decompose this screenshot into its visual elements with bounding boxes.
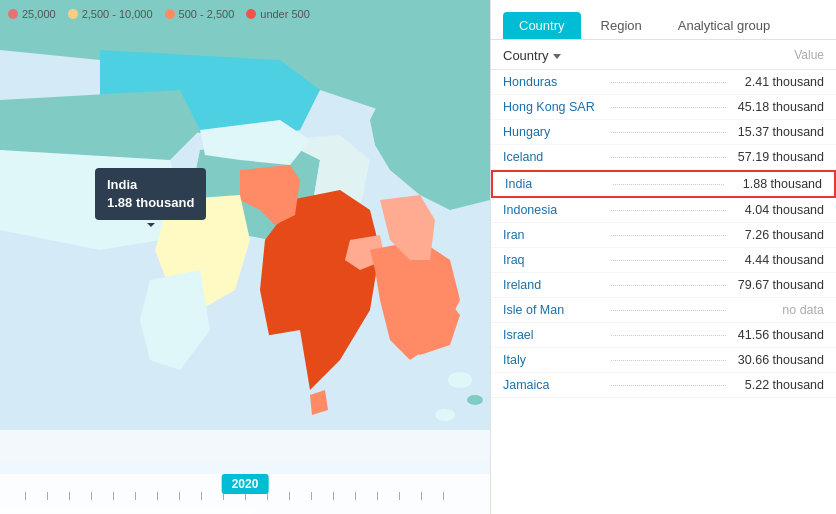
- row-dots-8: [611, 285, 726, 286]
- row-value-8: 79.67 thousand: [734, 278, 824, 292]
- tab-country[interactable]: Country: [503, 12, 581, 39]
- row-country-10: Israel: [503, 328, 603, 342]
- table-row[interactable]: Jamaica5.22 thousand: [491, 373, 836, 398]
- legend-item-25000: 25,000: [8, 8, 56, 20]
- row-country-4: India: [505, 177, 605, 191]
- table-row[interactable]: Italy30.66 thousand: [491, 348, 836, 373]
- row-country-0: Honduras: [503, 75, 603, 89]
- tab-bar: Country Region Analytical group: [491, 0, 836, 40]
- table-row[interactable]: Indonesia4.04 thousand: [491, 198, 836, 223]
- tick-14: [311, 492, 333, 500]
- table-row[interactable]: Hungary15.37 thousand: [491, 120, 836, 145]
- row-dots-5: [611, 210, 726, 211]
- map-panel: 25,000 2,500 - 10,000 500 - 2,500 under …: [0, 0, 490, 514]
- row-country-6: Iran: [503, 228, 603, 242]
- tick-7: [157, 492, 179, 500]
- tick-20: [443, 492, 465, 500]
- tick-17: [377, 492, 399, 500]
- table-row[interactable]: India1.88 thousand: [491, 170, 836, 198]
- row-country-5: Indonesia: [503, 203, 603, 217]
- tick-8: [179, 492, 201, 500]
- row-value-6: 7.26 thousand: [734, 228, 824, 242]
- row-dots-7: [611, 260, 726, 261]
- row-country-8: Ireland: [503, 278, 603, 292]
- row-country-7: Iraq: [503, 253, 603, 267]
- row-country-12: Jamaica: [503, 378, 603, 392]
- main-container: 25,000 2,500 - 10,000 500 - 2,500 under …: [0, 0, 836, 514]
- row-country-9: Isle of Man: [503, 303, 603, 317]
- table-row[interactable]: Iran7.26 thousand: [491, 223, 836, 248]
- row-dots-10: [611, 335, 726, 336]
- row-value-7: 4.44 thousand: [734, 253, 824, 267]
- svg-point-1: [448, 372, 472, 388]
- row-value-10: 41.56 thousand: [734, 328, 824, 342]
- legend-label-500-2500: 500 - 2,500: [179, 8, 235, 20]
- table-body[interactable]: Honduras2.41 thousandHong Kong SAR45.18 …: [491, 70, 836, 514]
- legend-dot-25000: [8, 9, 18, 19]
- row-value-3: 57.19 thousand: [734, 150, 824, 164]
- tick-12: [267, 492, 289, 500]
- tick-5: [113, 492, 135, 500]
- table-row[interactable]: Iraq4.44 thousand: [491, 248, 836, 273]
- row-country-1: Hong Kong SAR: [503, 100, 603, 114]
- legend-dot-2500-10000: [68, 9, 78, 19]
- row-country-3: Iceland: [503, 150, 603, 164]
- tab-analytical-group[interactable]: Analytical group: [662, 12, 787, 39]
- row-value-9: no data: [734, 303, 824, 317]
- row-value-5: 4.04 thousand: [734, 203, 824, 217]
- tick-3: [69, 492, 91, 500]
- svg-point-3: [435, 409, 455, 421]
- svg-rect-4: [0, 430, 490, 460]
- timeline-bar: 2020: [25, 488, 466, 500]
- col-country-header[interactable]: Country: [503, 48, 561, 63]
- legend-label-under500: under 500: [260, 8, 310, 20]
- year-badge: 2020: [222, 474, 269, 494]
- tick-16: [355, 492, 377, 500]
- row-value-12: 5.22 thousand: [734, 378, 824, 392]
- tab-region[interactable]: Region: [585, 12, 658, 39]
- table-row[interactable]: Hong Kong SAR45.18 thousand: [491, 95, 836, 120]
- table-row[interactable]: Ireland79.67 thousand: [491, 273, 836, 298]
- sort-chevron-icon: [553, 54, 561, 59]
- tick-4: [91, 492, 113, 500]
- table-row[interactable]: Isle of Manno data: [491, 298, 836, 323]
- table-header: Country Value: [491, 40, 836, 70]
- legend-label-25000: 25,000: [22, 8, 56, 20]
- legend-item-under500: under 500: [246, 8, 310, 20]
- legend: 25,000 2,500 - 10,000 500 - 2,500 under …: [8, 8, 310, 20]
- table-row[interactable]: Iceland57.19 thousand: [491, 145, 836, 170]
- col-value-header: Value: [794, 48, 824, 63]
- tick-19: [421, 492, 443, 500]
- row-value-2: 15.37 thousand: [734, 125, 824, 139]
- row-value-1: 45.18 thousand: [734, 100, 824, 114]
- tick-6: [135, 492, 157, 500]
- col-country-label: Country: [503, 48, 549, 63]
- right-panel: Country Region Analytical group Country …: [490, 0, 836, 514]
- row-dots-4: [613, 184, 724, 185]
- row-country-2: Hungary: [503, 125, 603, 139]
- svg-point-2: [467, 395, 483, 405]
- tick-18: [399, 492, 421, 500]
- tick-1: [25, 492, 47, 500]
- row-dots-11: [611, 360, 726, 361]
- map-svg[interactable]: [0, 0, 490, 514]
- table-row[interactable]: Honduras2.41 thousand: [491, 70, 836, 95]
- row-value-4: 1.88 thousand: [732, 177, 822, 191]
- row-country-11: Italy: [503, 353, 603, 367]
- timeline: 2020: [0, 474, 490, 514]
- table-row[interactable]: Israel41.56 thousand: [491, 323, 836, 348]
- tick-13: [289, 492, 311, 500]
- row-value-0: 2.41 thousand: [734, 75, 824, 89]
- row-dots-2: [611, 132, 726, 133]
- tick-15: [333, 492, 355, 500]
- legend-item-2500-10000: 2,500 - 10,000: [68, 8, 153, 20]
- row-dots-9: [611, 310, 726, 311]
- row-value-11: 30.66 thousand: [734, 353, 824, 367]
- tick-9: [201, 492, 223, 500]
- legend-label-2500-10000: 2,500 - 10,000: [82, 8, 153, 20]
- legend-item-500-2500: 500 - 2,500: [165, 8, 235, 20]
- row-dots-6: [611, 235, 726, 236]
- legend-dot-500-2500: [165, 9, 175, 19]
- row-dots-12: [611, 385, 726, 386]
- row-dots-1: [611, 107, 726, 108]
